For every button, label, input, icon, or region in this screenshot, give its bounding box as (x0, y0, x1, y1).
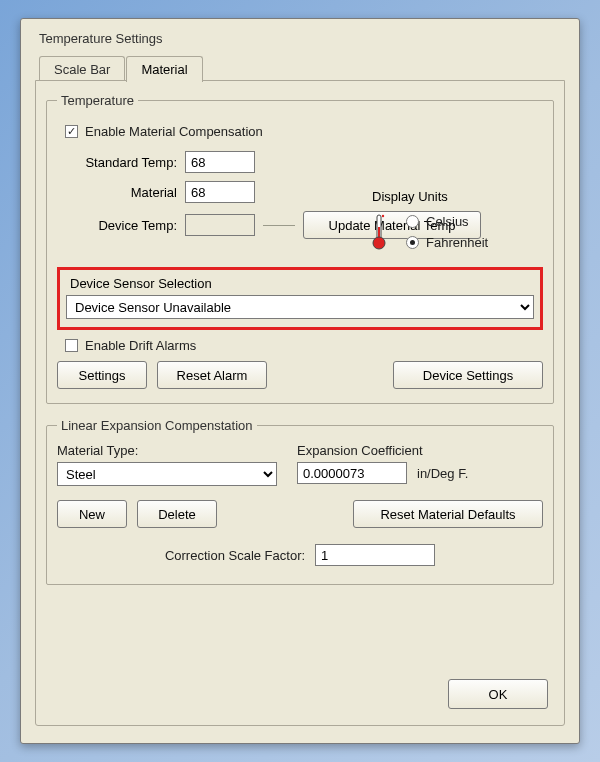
device-settings-button[interactable]: Device Settings (393, 361, 543, 389)
celsius-option[interactable]: Celsius (406, 214, 531, 229)
material-type-select[interactable]: Steel (57, 462, 277, 486)
material-temp-label: Material (57, 185, 177, 200)
fahrenheit-option[interactable]: Fahrenheit (406, 235, 531, 250)
temperature-group: Temperature Enable Material Compensation… (46, 93, 554, 404)
device-temp-input (185, 214, 255, 236)
material-type-label: Material Type: (57, 443, 297, 458)
standard-temp-input[interactable] (185, 151, 255, 173)
temp-separator (263, 225, 295, 226)
enable-material-comp-row[interactable]: Enable Material Compensation (65, 124, 543, 139)
enable-drift-alarms-label: Enable Drift Alarms (85, 338, 196, 353)
window-title: Temperature Settings (39, 31, 565, 46)
expansion-coef-label: Expansion Coefficient (297, 443, 543, 458)
temperature-button-row: Settings Reset Alarm Device Settings (57, 361, 543, 389)
new-button[interactable]: New (57, 500, 127, 528)
device-sensor-highlight: Device Sensor Selection Device Sensor Un… (57, 267, 543, 330)
device-sensor-legend: Device Sensor Selection (70, 276, 534, 291)
reset-material-defaults-button[interactable]: Reset Material Defaults (353, 500, 543, 528)
thermometer-icon (370, 213, 388, 254)
tab-strip: Scale Bar Material (39, 56, 565, 81)
standard-temp-label: Standard Temp: (57, 155, 177, 170)
enable-material-comp-checkbox[interactable] (65, 125, 78, 138)
settings-button[interactable]: Settings (57, 361, 147, 389)
celsius-label: Celsius (426, 214, 469, 229)
display-units-group: Display Units Celsius (366, 189, 531, 256)
material-panel: Temperature Enable Material Compensation… (35, 80, 565, 726)
ok-button[interactable]: OK (448, 679, 548, 709)
celsius-radio[interactable] (406, 215, 419, 228)
linear-expansion-group: Linear Expansion Compenstation Material … (46, 418, 554, 585)
tab-material[interactable]: Material (126, 56, 202, 82)
fahrenheit-label: Fahrenheit (426, 235, 488, 250)
linear-expansion-legend: Linear Expansion Compenstation (57, 418, 257, 433)
temperature-settings-window: Temperature Settings Scale Bar Material … (20, 18, 580, 744)
display-units-label: Display Units (372, 189, 531, 204)
reset-alarm-button[interactable]: Reset Alarm (157, 361, 267, 389)
device-temp-label: Device Temp: (57, 218, 177, 233)
enable-material-comp-label: Enable Material Compensation (85, 124, 263, 139)
device-sensor-select[interactable]: Device Sensor Unavailable (66, 295, 534, 319)
svg-point-2 (373, 237, 385, 249)
expansion-coef-units: in/Deg F. (417, 466, 468, 481)
material-temp-input[interactable] (185, 181, 255, 203)
tab-scale-bar[interactable]: Scale Bar (39, 56, 125, 81)
dialog-footer: OK (448, 679, 548, 709)
expansion-coef-input[interactable] (297, 462, 407, 484)
delete-button[interactable]: Delete (137, 500, 217, 528)
enable-drift-alarms-checkbox[interactable] (65, 339, 78, 352)
enable-drift-alarms-row[interactable]: Enable Drift Alarms (65, 338, 543, 353)
fahrenheit-radio[interactable] (406, 236, 419, 249)
temperature-legend: Temperature (57, 93, 138, 108)
correction-scale-factor-input[interactable] (315, 544, 435, 566)
correction-scale-factor-label: Correction Scale Factor: (165, 548, 305, 563)
svg-point-3 (382, 215, 384, 217)
